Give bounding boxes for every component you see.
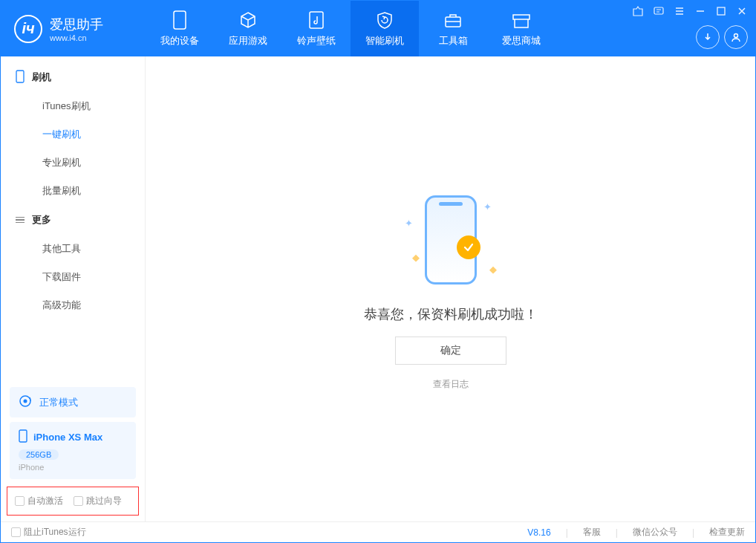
sidebar-item-batch-flash[interactable]: 批量刷机: [1, 177, 145, 205]
tab-label: 铃声壁纸: [297, 34, 336, 48]
sparkle-icon: ◆: [489, 264, 495, 270]
sidebar-item-download-firmware[interactable]: 下载固件: [1, 263, 145, 291]
tab-label: 应用游戏: [229, 34, 267, 48]
device-type: iPhone: [19, 463, 127, 472]
sidebar-item-other-tools[interactable]: 其他工具: [1, 235, 145, 263]
device-icon: [19, 429, 27, 445]
music-file-icon: [307, 10, 326, 30]
phone-small-icon: [16, 70, 25, 85]
svg-rect-0: [174, 11, 186, 29]
svg-rect-9: [19, 430, 27, 442]
tab-store[interactable]: 爱思商城: [487, 1, 555, 56]
status-link-support[interactable]: 客服: [583, 526, 601, 539]
group-title: 刷机: [32, 71, 51, 84]
tab-label: 爱思商城: [502, 34, 541, 48]
checkbox-label: 跳过向导: [86, 495, 122, 506]
sparkle-icon: ✦: [405, 218, 411, 224]
checkbox-label: 阻止iTunes运行: [24, 527, 86, 537]
minimize-button[interactable]: [694, 4, 707, 18]
theme-icon[interactable]: [631, 4, 645, 18]
titlebar: iч 爱思助手 www.i4.cn 我的设备 应用游戏 铃声壁纸: [1, 1, 755, 56]
cube-icon: [238, 10, 258, 30]
checkbox-skip-guide[interactable]: 跳过向导: [74, 495, 122, 507]
menu-icon[interactable]: [673, 4, 686, 18]
nav-tabs: 我的设备 应用游戏 铃声壁纸 智能刷机 工具箱: [146, 1, 555, 56]
view-log-link[interactable]: 查看日志: [433, 378, 469, 391]
ok-button[interactable]: 确定: [395, 336, 506, 365]
content-area: ✦ ✦ ◆ ◆ 恭喜您，保资料刷机成功啦！ 确定 查看日志: [146, 56, 755, 521]
svg-rect-6: [16, 71, 24, 82]
svg-rect-4: [717, 7, 725, 15]
sidebar-item-pro-flash[interactable]: 专业刷机: [1, 149, 145, 177]
svg-rect-1: [310, 12, 323, 28]
sidebar-device-card[interactable]: iPhone XS Max 256GB iPhone: [10, 422, 136, 479]
sidebar-mode[interactable]: 正常模式: [10, 387, 136, 417]
app-name: 爱思助手: [50, 16, 103, 33]
maximize-button[interactable]: [714, 4, 728, 18]
sidebar-item-advanced[interactable]: 高级功能: [1, 291, 145, 319]
svg-rect-3: [654, 7, 663, 14]
status-link-update[interactable]: 检查更新: [709, 526, 745, 539]
svg-point-8: [24, 400, 27, 403]
tab-apps-games[interactable]: 应用游戏: [214, 1, 282, 56]
tab-smart-flash[interactable]: 智能刷机: [351, 1, 419, 56]
check-badge-icon: [457, 235, 480, 259]
device-icon: [170, 10, 189, 30]
status-link-wechat[interactable]: 微信公众号: [633, 526, 677, 539]
download-button[interactable]: [696, 25, 720, 49]
device-name: iPhone XS Max: [33, 432, 102, 443]
checkbox-block-itunes[interactable]: 阻止iTunes运行: [11, 526, 86, 539]
mode-icon: [19, 394, 32, 410]
sidebar-options-highlight: 自动激活 跳过向导: [7, 487, 139, 516]
sidebar-item-itunes-flash[interactable]: iTunes刷机: [1, 92, 145, 120]
tab-label: 我的设备: [160, 34, 199, 48]
list-icon: [16, 215, 25, 225]
tab-toolbox[interactable]: 工具箱: [419, 1, 487, 56]
checkbox-label: 自动激活: [27, 495, 63, 506]
refresh-shield-icon: [375, 10, 394, 30]
group-title: 更多: [32, 213, 51, 227]
app-url: www.i4.cn: [50, 33, 103, 42]
tab-ringtone-wallpaper[interactable]: 铃声壁纸: [282, 1, 351, 56]
sidebar: 刷机 iTunes刷机 一键刷机 专业刷机 批量刷机 更多 其他工具 下载固件 …: [1, 56, 146, 521]
version-label: V8.16: [527, 527, 550, 538]
toolbox-icon: [443, 10, 463, 30]
user-button[interactable]: [724, 25, 748, 49]
tab-label: 工具箱: [439, 34, 468, 48]
tab-my-device[interactable]: 我的设备: [146, 1, 214, 56]
close-button[interactable]: [735, 4, 749, 18]
checkbox-auto-activate[interactable]: 自动激活: [15, 495, 63, 507]
success-message: 恭喜您，保资料刷机成功啦！: [364, 305, 538, 323]
device-capacity: 256GB: [19, 449, 59, 460]
shop-icon: [512, 10, 531, 30]
sidebar-group-more: 更多: [1, 205, 145, 235]
main-area: 刷机 iTunes刷机 一键刷机 专业刷机 批量刷机 更多 其他工具 下载固件 …: [1, 56, 755, 521]
statusbar: 阻止iTunes运行 V8.16 | 客服 | 微信公众号 | 检查更新: [1, 521, 755, 542]
app-logo-icon: iч: [14, 15, 42, 43]
mode-label: 正常模式: [39, 396, 78, 409]
feedback-icon[interactable]: [652, 4, 665, 18]
app-logo-area: iч 爱思助手 www.i4.cn: [1, 1, 146, 56]
sparkle-icon: ✦: [483, 201, 489, 207]
tab-label: 智能刷机: [365, 34, 404, 48]
titlebar-right: [555, 1, 755, 56]
sparkle-icon: ◆: [412, 252, 418, 258]
sidebar-group-flash: 刷机: [1, 62, 145, 92]
sidebar-item-oneclick-flash[interactable]: 一键刷机: [1, 120, 145, 149]
success-illustration: ✦ ✦ ◆ ◆: [391, 188, 510, 292]
svg-point-5: [734, 33, 738, 37]
